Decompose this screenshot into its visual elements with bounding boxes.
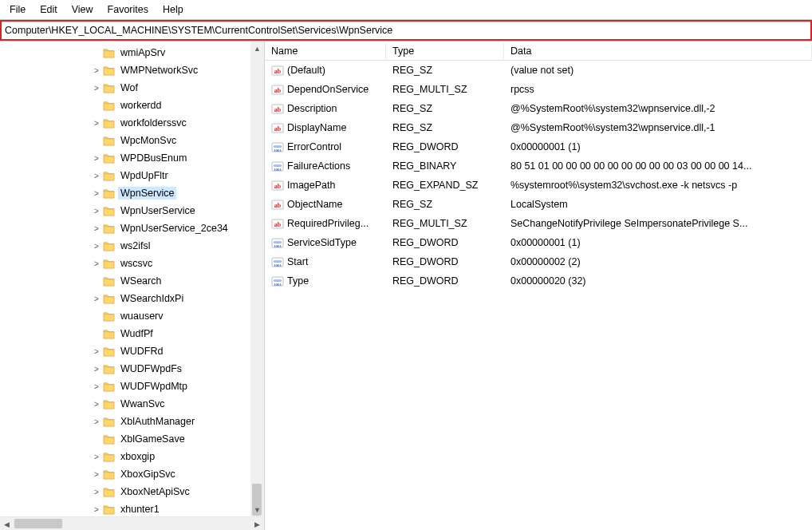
reg-binary-icon: 01101001 bbox=[271, 140, 284, 153]
reg-string-icon: ab bbox=[271, 179, 284, 192]
folder-icon bbox=[102, 346, 115, 357]
column-header-name[interactable]: Name bbox=[265, 43, 386, 59]
menu-favorites[interactable]: Favorites bbox=[101, 2, 155, 17]
expand-chevron-icon[interactable]: > bbox=[91, 382, 102, 391]
tree-item[interactable]: >XboxNetApiSvc bbox=[0, 483, 264, 500]
menu-file[interactable]: File bbox=[3, 2, 32, 17]
value-row[interactable]: abDisplayNameREG_SZ@%SystemRoot%\system3… bbox=[265, 118, 812, 137]
svg-text:ab: ab bbox=[274, 68, 282, 75]
value-row[interactable]: 01101001ServiceSidTypeREG_DWORD0x0000000… bbox=[265, 233, 812, 252]
tree-item[interactable]: wmiApSrv bbox=[0, 44, 264, 61]
expand-chevron-icon[interactable]: > bbox=[91, 295, 102, 303]
tree-item[interactable]: >Wof bbox=[0, 79, 264, 97]
tree-item[interactable]: >workfolderssvc bbox=[0, 114, 264, 132]
tree-item[interactable]: XblGameSave bbox=[0, 430, 264, 448]
tree-item[interactable]: >WSearchIdxPi bbox=[0, 290, 264, 307]
tree-horizontal-scrollbar[interactable]: ◀ ▶ bbox=[0, 516, 264, 530]
value-type-cell: REG_DWORD bbox=[386, 141, 504, 152]
tree-item[interactable]: WudfPf bbox=[0, 325, 264, 342]
value-row[interactable]: 01101001ErrorControlREG_DWORD0x00000001 … bbox=[265, 137, 812, 156]
value-row[interactable]: abDescriptionREG_SZ@%SystemRoot%\system3… bbox=[265, 99, 812, 118]
tree-item[interactable]: >WUDFRd bbox=[0, 342, 264, 360]
expand-chevron-icon[interactable]: > bbox=[91, 347, 102, 356]
expand-chevron-icon[interactable]: > bbox=[91, 172, 102, 180]
menu-edit[interactable]: Edit bbox=[34, 2, 64, 17]
value-row[interactable]: 01101001StartREG_DWORD0x00000002 (2) bbox=[265, 252, 812, 271]
expand-chevron-icon[interactable]: > bbox=[91, 470, 102, 479]
expand-chevron-icon[interactable]: > bbox=[91, 242, 102, 251]
expand-chevron-icon[interactable]: > bbox=[91, 84, 102, 93]
value-row[interactable]: abImagePathREG_EXPAND_SZ%systemroot%\sys… bbox=[265, 176, 812, 195]
svg-text:1001: 1001 bbox=[274, 168, 282, 172]
expand-chevron-icon[interactable]: > bbox=[91, 400, 102, 409]
tree-item[interactable]: >WpnUserService bbox=[0, 202, 264, 220]
tree-item[interactable]: >xboxgip bbox=[0, 448, 264, 465]
expand-chevron-icon[interactable]: > bbox=[91, 365, 102, 374]
scroll-down-arrow-icon[interactable]: ▼ bbox=[250, 503, 264, 516]
value-name: Type bbox=[287, 275, 309, 287]
expand-chevron-icon[interactable]: > bbox=[91, 505, 102, 514]
tree-item[interactable]: >WpnUserService_2ce34 bbox=[0, 220, 264, 237]
expand-chevron-icon[interactable]: > bbox=[91, 453, 102, 461]
expand-chevron-icon[interactable]: > bbox=[91, 488, 102, 496]
tree-item-label: WUDFWpdFs bbox=[118, 362, 184, 375]
value-name-cell: abImagePath bbox=[265, 179, 386, 192]
scroll-thumb[interactable] bbox=[14, 519, 62, 528]
value-row[interactable]: abRequiredPrivileg...REG_MULTI_SZSeChang… bbox=[265, 214, 812, 233]
tree-item[interactable]: >WpnService bbox=[0, 184, 264, 202]
value-name-cell: 01101001Type bbox=[265, 275, 386, 287]
svg-text:ab: ab bbox=[274, 221, 282, 228]
tree-view[interactable]: wmiApSrv>WMPNetworkSvc>Wofworkerdd>workf… bbox=[0, 42, 264, 516]
value-row[interactable]: ab(Default)REG_SZ(value not set) bbox=[265, 61, 812, 80]
scroll-left-arrow-icon[interactable]: ◀ bbox=[0, 517, 14, 530]
tree-item[interactable]: WpcMonSvc bbox=[0, 132, 264, 149]
tree-item-label: wuauserv bbox=[118, 310, 166, 322]
menu-help[interactable]: Help bbox=[156, 2, 190, 17]
tree-item[interactable]: WSearch bbox=[0, 272, 264, 290]
tree-item-label: xhunter1 bbox=[118, 503, 162, 516]
tree-vertical-scrollbar[interactable]: ▲ ▼ bbox=[250, 42, 264, 516]
tree-item[interactable]: >xhunter1 bbox=[0, 500, 264, 516]
column-header-type[interactable]: Type bbox=[386, 43, 504, 59]
folder-icon bbox=[102, 398, 115, 409]
reg-binary-icon: 01101001 bbox=[271, 275, 284, 287]
value-row[interactable]: 01101001FailureActionsREG_BINARY80 51 01… bbox=[265, 156, 812, 176]
folder-icon bbox=[102, 82, 115, 93]
tree-item[interactable]: wuauserv bbox=[0, 307, 264, 325]
expand-chevron-icon[interactable]: > bbox=[91, 189, 102, 198]
tree-item[interactable]: >WpdUpFltr bbox=[0, 167, 264, 184]
tree-item[interactable]: workerdd bbox=[0, 97, 264, 114]
folder-icon bbox=[102, 275, 115, 287]
tree-item[interactable]: >WUDFWpdMtp bbox=[0, 378, 264, 395]
expand-chevron-icon[interactable]: > bbox=[91, 66, 102, 75]
tree-item[interactable]: >XblAuthManager bbox=[0, 413, 264, 430]
expand-chevron-icon[interactable]: > bbox=[91, 259, 102, 268]
tree-item-label: wscsvc bbox=[118, 257, 155, 270]
scroll-right-arrow-icon[interactable]: ▶ bbox=[250, 517, 264, 530]
expand-chevron-icon[interactable]: > bbox=[91, 224, 102, 233]
expand-chevron-icon[interactable]: > bbox=[91, 417, 102, 426]
tree-item[interactable]: >WwanSvc bbox=[0, 395, 264, 413]
tree-item[interactable]: >WPDBusEnum bbox=[0, 149, 264, 167]
expand-chevron-icon[interactable]: > bbox=[91, 207, 102, 216]
tree-item-label: WpnService bbox=[118, 187, 176, 200]
value-row[interactable]: 01101001TypeREG_DWORD0x00000020 (32) bbox=[265, 271, 812, 291]
value-name: Description bbox=[287, 103, 337, 114]
values-list[interactable]: ab(Default)REG_SZ(value not set)abDepend… bbox=[265, 61, 812, 291]
tree-item[interactable]: >WUDFWpdFs bbox=[0, 360, 264, 378]
column-header-data[interactable]: Data bbox=[504, 43, 812, 59]
svg-text:ab: ab bbox=[274, 183, 282, 190]
tree-item[interactable]: >XboxGipSvc bbox=[0, 465, 264, 483]
menu-view[interactable]: View bbox=[65, 2, 100, 17]
tree-item[interactable]: >wscsvc bbox=[0, 255, 264, 272]
tree-item[interactable]: >WMPNetworkSvc bbox=[0, 61, 264, 79]
tree-item[interactable]: >ws2ifsl bbox=[0, 237, 264, 255]
scroll-up-arrow-icon[interactable]: ▲ bbox=[250, 42, 264, 55]
value-type-cell: REG_DWORD bbox=[386, 275, 504, 287]
address-bar[interactable]: Computer\HKEY_LOCAL_MACHINE\SYSTEM\Curre… bbox=[0, 20, 812, 41]
value-row[interactable]: abObjectNameREG_SZLocalSystem bbox=[265, 195, 812, 214]
expand-chevron-icon[interactable]: > bbox=[91, 154, 102, 163]
expand-chevron-icon[interactable]: > bbox=[91, 119, 102, 128]
value-name: FailureActions bbox=[287, 160, 350, 172]
value-row[interactable]: abDependOnServiceREG_MULTI_SZrpcss bbox=[265, 80, 812, 99]
